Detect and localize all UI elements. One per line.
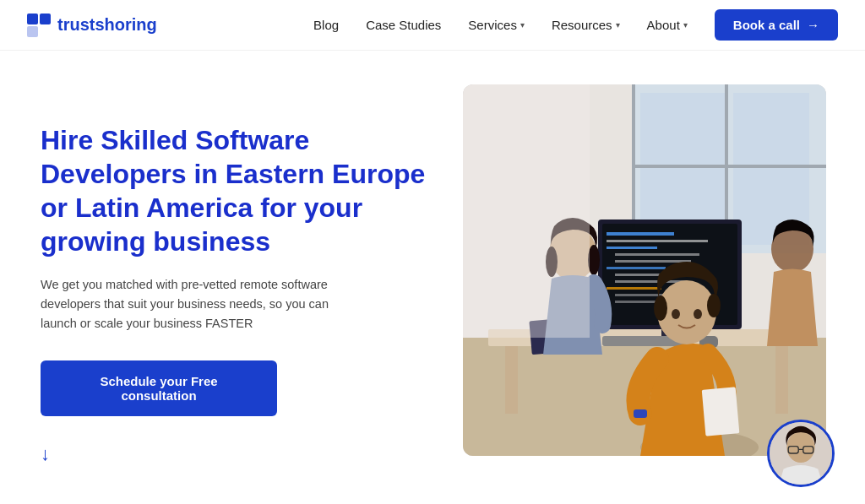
- hero-section: Hire Skilled Software Developers in East…: [0, 51, 865, 504]
- svg-point-42: [588, 245, 600, 275]
- svg-rect-18: [607, 247, 657, 249]
- about-chevron-icon: ▾: [683, 20, 688, 30]
- hero-title: Hire Skilled Software Developers in East…: [41, 123, 429, 258]
- svg-rect-16: [607, 232, 674, 236]
- logo-text: trustshoring: [57, 15, 157, 35]
- svg-rect-20: [615, 260, 691, 263]
- logo[interactable]: trustshoring: [27, 14, 157, 37]
- hero-subtitle: We get you matched with pre-vetted remot…: [41, 275, 362, 334]
- hero-right: [463, 84, 826, 504]
- svg-rect-21: [607, 267, 666, 269]
- svg-rect-44: [463, 84, 590, 338]
- services-chevron-icon: ▾: [520, 20, 525, 30]
- svg-rect-33: [702, 387, 740, 436]
- svg-rect-9: [632, 165, 826, 168]
- hero-left: Hire Skilled Software Developers in East…: [41, 123, 429, 466]
- svg-rect-24: [607, 287, 661, 290]
- schedule-consultation-button[interactable]: Schedule your Free consultation: [41, 360, 277, 416]
- svg-rect-13: [775, 346, 788, 414]
- svg-rect-1: [40, 14, 51, 24]
- svg-rect-2: [27, 26, 38, 37]
- svg-point-37: [672, 309, 680, 319]
- scroll-down-arrow-icon: ↓: [41, 443, 429, 465]
- svg-rect-0: [27, 14, 38, 24]
- arrow-right-icon: →: [807, 18, 819, 32]
- nav-links: Blog Case Studies Services ▾ Resources ▾…: [303, 9, 838, 41]
- avatar-face-icon: [770, 422, 832, 485]
- svg-rect-39: [634, 409, 647, 418]
- svg-rect-19: [615, 253, 699, 256]
- hero-image: [463, 84, 826, 456]
- svg-point-46: [786, 431, 814, 463]
- svg-rect-23: [615, 280, 687, 283]
- book-call-button[interactable]: Book a call →: [715, 9, 838, 41]
- svg-rect-17: [607, 240, 708, 242]
- nav-services[interactable]: Services ▾: [458, 11, 535, 39]
- nav-case-studies[interactable]: Case Studies: [356, 11, 451, 39]
- svg-rect-12: [505, 346, 518, 414]
- nav-resources[interactable]: Resources ▾: [541, 11, 630, 39]
- nav-about[interactable]: About ▾: [637, 11, 698, 39]
- nav-blog[interactable]: Blog: [303, 11, 349, 39]
- logo-icon: [27, 14, 51, 37]
- navbar: trustshoring Blog Case Studies Services …: [0, 0, 865, 51]
- office-illustration: [463, 84, 826, 456]
- svg-point-36: [707, 294, 721, 317]
- avatar-bubble: [767, 420, 835, 487]
- svg-point-38: [694, 309, 702, 319]
- resources-chevron-icon: ▾: [616, 20, 620, 30]
- svg-point-35: [654, 295, 667, 321]
